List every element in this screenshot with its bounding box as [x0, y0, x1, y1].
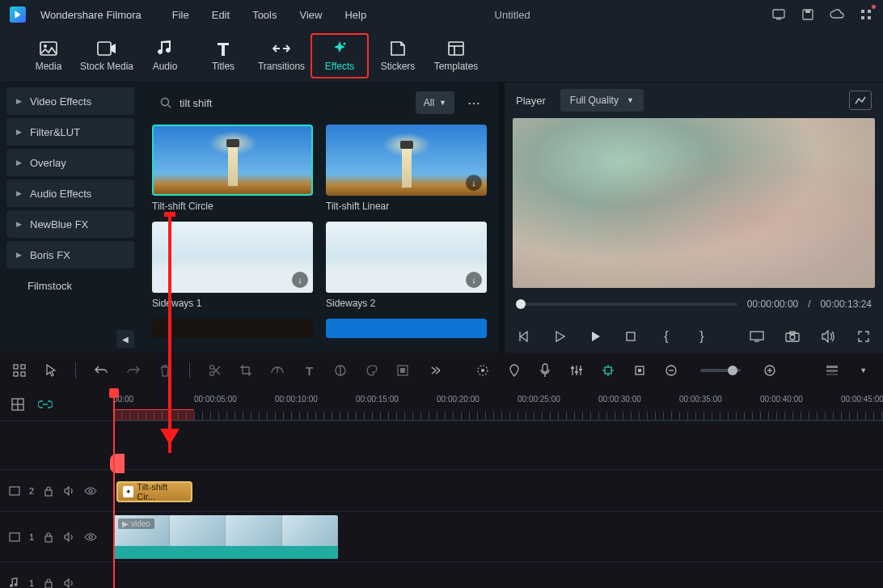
- sidebar-item-overlay[interactable]: ▶Overlay: [6, 149, 134, 176]
- timeline-view-button[interactable]: [10, 396, 26, 412]
- preview-progress[interactable]: [516, 302, 737, 306]
- play-backward-button[interactable]: [551, 328, 568, 345]
- prev-frame-button[interactable]: [516, 328, 532, 345]
- more-button[interactable]: ⋯: [463, 91, 487, 114]
- filter-dropdown[interactable]: All▼: [416, 91, 454, 114]
- effect-card[interactable]: ↓Sideways 2: [326, 222, 487, 309]
- sidebar-item-filter-lut[interactable]: ▶Filter&LUT: [6, 118, 134, 146]
- cloud-icon[interactable]: [830, 7, 844, 22]
- keyframe-button[interactable]: [633, 362, 647, 379]
- collapse-sidebar-button[interactable]: ◀: [116, 330, 134, 348]
- tab-titles[interactable]: Titles: [194, 33, 252, 78]
- tab-stock-media[interactable]: Stock Media: [78, 33, 136, 78]
- display-button[interactable]: [749, 328, 765, 345]
- mute-icon[interactable]: [63, 531, 76, 544]
- download-icon[interactable]: ↓: [466, 272, 482, 288]
- device-icon[interactable]: [771, 7, 786, 22]
- split-button[interactable]: [208, 362, 222, 379]
- crop-button[interactable]: [239, 362, 253, 379]
- playhead[interactable]: [113, 388, 115, 588]
- download-icon[interactable]: ↓: [292, 272, 308, 288]
- palette-button[interactable]: [365, 362, 378, 379]
- effect-card[interactable]: [152, 319, 313, 338]
- tab-audio[interactable]: Audio: [136, 33, 194, 78]
- color-button[interactable]: [334, 362, 348, 379]
- voiceover-button[interactable]: [539, 362, 552, 379]
- mixer-button[interactable]: [570, 362, 584, 379]
- quality-dropdown[interactable]: Full Quality▼: [560, 89, 644, 112]
- tab-templates[interactable]: Templates: [427, 33, 485, 78]
- mute-icon[interactable]: [63, 484, 76, 497]
- mark-in-button[interactable]: {: [658, 328, 674, 345]
- effect-thumbnail[interactable]: [152, 319, 313, 338]
- lock-icon[interactable]: [42, 531, 55, 544]
- zoom-in-button[interactable]: [763, 362, 777, 379]
- zoom-slider[interactable]: [700, 369, 741, 372]
- effect-card[interactable]: [326, 319, 487, 338]
- search-input[interactable]: [178, 96, 399, 110]
- effect-clip-icon: ✦: [123, 486, 133, 497]
- play-button[interactable]: [587, 328, 603, 345]
- video-clip[interactable]: ▶video: [113, 515, 338, 559]
- mark-out-button[interactable]: }: [694, 328, 710, 345]
- snapshot-button[interactable]: [849, 91, 872, 110]
- speed-button[interactable]: [270, 362, 285, 379]
- track-size-button[interactable]: [826, 362, 839, 379]
- preview-tab-player[interactable]: Player: [516, 95, 546, 107]
- sidebar-item-filmstock[interactable]: Filmstock: [6, 272, 134, 299]
- effect-thumbnail[interactable]: [326, 319, 487, 338]
- sidebar-item-video-effects[interactable]: ▶Video Effects: [6, 87, 134, 115]
- effect-thumbnail[interactable]: ↓: [152, 222, 313, 293]
- camera-button[interactable]: [784, 328, 801, 345]
- render-button[interactable]: [476, 362, 490, 379]
- timeline-ruler[interactable]: 00:0000:00:05:0000:00:10:0000:00:15:0000…: [113, 388, 883, 421]
- more-tools-button[interactable]: [427, 362, 441, 379]
- volume-button[interactable]: [820, 328, 836, 345]
- effect-card[interactable]: ↓Sideways 1: [152, 222, 313, 309]
- chevron-right-icon: ▶: [16, 220, 22, 228]
- menu-edit[interactable]: Edit: [212, 9, 230, 21]
- save-icon[interactable]: [801, 7, 815, 22]
- ruler-tick: 00:00:40:00: [760, 395, 803, 404]
- svg-rect-39: [571, 367, 574, 369]
- undo-button[interactable]: [94, 362, 108, 379]
- eye-icon[interactable]: [84, 484, 97, 497]
- preview-canvas[interactable]: [513, 118, 875, 288]
- link-button[interactable]: [37, 396, 53, 412]
- fullscreen-button[interactable]: [856, 328, 872, 345]
- playhead-range: [113, 409, 194, 421]
- search-input-wrapper[interactable]: [152, 91, 408, 115]
- download-icon[interactable]: ↓: [466, 175, 482, 191]
- greenscreen-button[interactable]: [396, 362, 410, 379]
- lock-icon[interactable]: [42, 577, 55, 589]
- effect-card[interactable]: ↓Tilt-shift Linear: [326, 125, 487, 212]
- apps-icon[interactable]: [859, 7, 873, 22]
- eye-icon[interactable]: [84, 531, 97, 544]
- effect-card[interactable]: Tilt-shift Circle: [152, 125, 313, 212]
- marker-button[interactable]: [508, 362, 522, 379]
- effect-thumbnail[interactable]: ↓: [326, 222, 487, 293]
- auto-beat-button[interactable]: [601, 362, 615, 379]
- tab-media[interactable]: Media: [19, 33, 78, 78]
- tab-transitions[interactable]: Transitions: [252, 33, 311, 78]
- sidebar-item-boris[interactable]: ▶Boris FX: [6, 241, 134, 269]
- sidebar-item-newblue[interactable]: ▶NewBlue FX: [6, 210, 134, 238]
- tab-effects[interactable]: Effects: [311, 33, 369, 78]
- stop-button[interactable]: [623, 328, 639, 345]
- sidebar-item-audio-effects[interactable]: ▶Audio Effects: [6, 180, 134, 207]
- text-tool[interactable]: T: [302, 362, 316, 379]
- mute-icon[interactable]: [63, 577, 76, 589]
- effect-thumbnail[interactable]: ↓: [326, 125, 487, 196]
- tab-stickers[interactable]: Stickers: [369, 33, 427, 78]
- effect-clip[interactable]: ✦ Tilt-shift Cir...: [116, 481, 192, 502]
- menu-file[interactable]: File: [172, 9, 189, 21]
- select-tool[interactable]: [44, 362, 58, 379]
- chevron-down-icon[interactable]: ▼: [856, 362, 870, 379]
- redo-button[interactable]: [126, 362, 141, 379]
- record-button[interactable]: [110, 454, 125, 473]
- layout-button[interactable]: [13, 362, 27, 379]
- lock-icon[interactable]: [42, 484, 55, 497]
- effect-thumbnail[interactable]: [152, 125, 313, 196]
- zoom-out-button[interactable]: [665, 362, 678, 379]
- svg-rect-19: [750, 332, 763, 340]
